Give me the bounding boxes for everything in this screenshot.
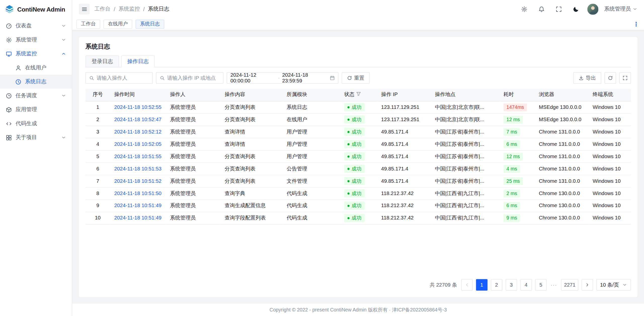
tab-system-log[interactable]: 系统日志: [136, 20, 164, 29]
operation-time-link[interactable]: 2024-11-18 10:52:55: [114, 104, 162, 110]
sidebar-item-online-users[interactable]: 在线用户: [0, 61, 72, 75]
breadcrumb-item[interactable]: 工作台: [95, 5, 111, 13]
grid-icon: [6, 134, 12, 141]
cell-location: 中国|江苏省|泰州市|...: [431, 163, 500, 175]
page-button-last[interactable]: 2271: [561, 279, 578, 291]
sidebar-item-app-management[interactable]: 应用管理: [0, 103, 72, 117]
date-range-picker[interactable]: 2024-11-12 00:00:00 - 2024-11-18 23:59:5…: [227, 72, 338, 84]
tab-login-log[interactable]: 登录日志: [86, 55, 119, 67]
cell-ip: 49.85.171.4: [377, 138, 431, 150]
chevron-down-icon: [632, 7, 637, 12]
status-badge: 成功: [344, 152, 365, 161]
status-dot-icon: [347, 131, 349, 133]
status-dot-icon: [347, 180, 349, 182]
log-type-tabs: 登录日志 操作日志: [86, 55, 631, 67]
expand-icon: [623, 75, 628, 80]
fullscreen-button[interactable]: [553, 3, 565, 15]
settings-button[interactable]: [518, 3, 530, 15]
sidebar-item-system-monitor[interactable]: 系统监控: [0, 47, 72, 61]
chevron-down-icon: [622, 282, 627, 287]
cell-time: 2024-11-18 10:52:47: [110, 113, 166, 126]
reset-button[interactable]: 重置: [342, 72, 370, 84]
chevron-left-icon: [464, 282, 469, 287]
cell-status: 成功: [340, 113, 377, 126]
cell-operator: 系统管理员: [166, 150, 221, 163]
col-header-os: 终端系统: [589, 89, 631, 101]
cell-browser: MSEdge 130.0.0.0: [535, 113, 589, 126]
operator-search-input[interactable]: [97, 75, 149, 81]
table-fullscreen-button[interactable]: [619, 72, 631, 84]
tab-operation-log[interactable]: 操作日志: [121, 55, 155, 67]
status-badge: 成功: [344, 165, 365, 173]
box-icon: [6, 107, 12, 113]
table-row: 92024-11-18 10:51:49系统管理员查询生成配置信息代码生成成功1…: [86, 199, 631, 212]
chevron-up-icon: [61, 51, 66, 56]
filter-icon[interactable]: [356, 92, 361, 97]
log-card: 系统日志 登录日志 操作日志 2024-11-: [79, 37, 637, 297]
table-row: 52024-11-18 10:51:55系统管理员分页查询列表用户管理成功49.…: [86, 150, 631, 163]
sidebar-item-system-management[interactable]: 系统管理: [0, 33, 72, 47]
sidebar-item-task-schedule[interactable]: 任务调度: [0, 89, 72, 103]
export-button[interactable]: 导出: [573, 72, 601, 84]
page-button-3[interactable]: 3: [506, 279, 517, 291]
sidebar-menu: 仪表盘 系统管理 系统监控 在线用户 系统日志: [0, 18, 72, 145]
operation-time-link[interactable]: 2024-11-18 10:52:12: [114, 129, 162, 135]
page-button-2[interactable]: 2: [491, 279, 502, 291]
sidebar-item-code-generation[interactable]: 代码生成: [0, 117, 72, 131]
cell-status: 成功: [340, 138, 377, 150]
status-badge: 成功: [344, 115, 365, 124]
operation-time-link[interactable]: 2024-11-18 10:52:05: [114, 141, 162, 147]
operation-time-link[interactable]: 2024-11-18 10:51:49: [114, 203, 162, 209]
prev-page-button[interactable]: [461, 279, 473, 291]
next-page-button[interactable]: [582, 279, 593, 291]
tab-workbench[interactable]: 工作台: [76, 20, 100, 29]
page-title: 系统日志: [86, 43, 631, 51]
operation-time-link[interactable]: 2024-11-18 10:51:52: [114, 178, 162, 184]
status-label: 成功: [352, 214, 361, 221]
dark-mode-toggle[interactable]: [570, 3, 582, 15]
app-root: ContiNew Admin 仪表盘 系统管理 系统监控 在线用户: [0, 0, 644, 316]
operation-time-link[interactable]: 2024-11-18 10:51:55: [114, 154, 162, 159]
cell-duration: 12 ms: [499, 150, 535, 163]
refresh-icon: [608, 75, 613, 80]
table-row: 82024-11-18 10:51:50系统管理员查询字典代码生成成功118.2…: [86, 187, 631, 199]
sidebar-item-system-log[interactable]: 系统日志: [0, 75, 72, 89]
sidebar-collapse-button[interactable]: [79, 4, 89, 14]
cell-status: 成功: [340, 163, 377, 175]
avatar[interactable]: [587, 4, 598, 15]
logo-text: ContiNew Admin: [17, 6, 65, 13]
page-size-select[interactable]: 10 条/页: [596, 279, 631, 291]
status-dot-icon: [347, 192, 349, 194]
table-refresh-button[interactable]: [605, 72, 616, 84]
logo[interactable]: ContiNew Admin: [0, 0, 72, 18]
cell-duration: 4 ms: [499, 163, 535, 175]
operation-time-link[interactable]: 2024-11-18 10:51:50: [114, 191, 162, 196]
breadcrumb-item[interactable]: 系统监控: [118, 5, 140, 13]
tab-online-users[interactable]: 在线用户: [103, 20, 132, 29]
cell-browser: MSEdge 130.0.0.0: [535, 101, 589, 113]
operation-time-link[interactable]: 2024-11-18 10:51:49: [114, 215, 162, 221]
ip-search-input[interactable]: [167, 75, 220, 81]
cell-time: 2024-11-18 10:52:55: [110, 101, 166, 113]
gear-icon: [521, 6, 527, 12]
operation-time-link[interactable]: 2024-11-18 10:51:53: [114, 166, 162, 172]
user-menu[interactable]: 系统管理员: [604, 5, 637, 13]
ip-search-field[interactable]: [156, 72, 223, 84]
page-button-5[interactable]: 5: [535, 279, 547, 291]
page-button-1[interactable]: 1: [476, 279, 488, 291]
cell-ip: 49.85.171.4: [377, 126, 431, 138]
col-header-content: 操作内容: [221, 89, 283, 101]
sidebar-item-dashboard[interactable]: 仪表盘: [0, 19, 72, 33]
sidebar-item-about-project[interactable]: 关于项目: [0, 130, 72, 145]
sidebar-item-label: 系统监控: [16, 50, 58, 57]
pagination-ellipsis-icon[interactable]: ···: [550, 282, 558, 288]
notifications-button[interactable]: [536, 3, 547, 15]
page-button-4[interactable]: 4: [520, 279, 532, 291]
table-row: 102024-11-18 10:51:49系统管理员查询字段配置列表代码生成成功…: [86, 212, 631, 224]
tabs-more-icon[interactable]: ⋮: [632, 21, 640, 27]
operation-time-link[interactable]: 2024-11-18 10:52:47: [114, 117, 162, 122]
sidebar-item-label: 关于项目: [16, 134, 58, 141]
chevron-right-icon: [585, 282, 590, 287]
operator-search-field[interactable]: [86, 72, 153, 84]
cell-location: 中国|北京|北京市|联...: [431, 101, 500, 113]
